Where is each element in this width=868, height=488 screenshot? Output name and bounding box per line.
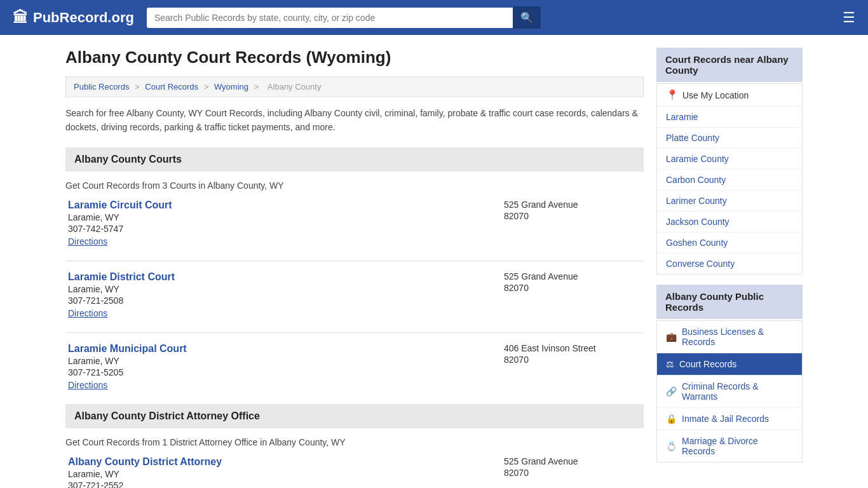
sidebar-public-records-header: Albany County Public Records [656, 285, 803, 319]
breadcrumb-wyoming[interactable]: Wyoming [214, 82, 248, 92]
sidebar-item-inmate-records[interactable]: 🔒 Inmate & Jail Records [657, 408, 802, 430]
sidebar-record-label: Criminal Records & Warrants [682, 381, 793, 402]
directions-link[interactable]: Directions [68, 380, 107, 390]
search-bar: 🔍 [147, 6, 541, 29]
sidebar-item-platte-county[interactable]: Platte County [657, 128, 802, 149]
court-address: 525 Grand Avenue [504, 271, 644, 281]
court-listing-laramie-district: Laramie District Court Laramie, WY 307-7… [65, 271, 644, 318]
link-icon: 🔗 [666, 386, 677, 396]
sidebar-records-list: 💼 Business Licenses & Records ⚖ Court Re… [656, 320, 803, 463]
sidebar-item-carbon-county[interactable]: Carbon County [657, 170, 802, 191]
courts-section-header: Albany County Courts [65, 147, 644, 172]
location-icon: 📍 [666, 89, 679, 101]
sidebar-item-use-location[interactable]: 📍 Use My Location [657, 84, 802, 107]
search-input[interactable] [147, 8, 513, 28]
courts-section-description: Get Court Records from 3 Courts in Alban… [65, 180, 644, 191]
use-location-label: Use My Location [682, 90, 749, 100]
sidebar-item-laramie[interactable]: Laramie [657, 107, 802, 128]
court-zip: 82070 [504, 211, 644, 221]
logo-text: PubRecord.org [33, 10, 134, 26]
court-divider [65, 332, 644, 333]
court-city-state: Laramie, WY [68, 212, 504, 222]
search-icon: 🔍 [520, 12, 533, 23]
sidebar-item-goshen-county[interactable]: Goshen County [657, 233, 802, 254]
sidebar-nearby-header: Court Records near Albany County [656, 48, 803, 82]
court-name[interactable]: Laramie Circuit Court [68, 200, 504, 211]
court-phone: 307-721-2508 [68, 295, 504, 306]
lock-icon: 🔒 [666, 414, 677, 424]
sidebar-item-business-licenses[interactable]: 💼 Business Licenses & Records [657, 321, 802, 353]
main-content: Albany County Court Records (Wyoming) Pu… [65, 48, 644, 488]
court-divider [65, 261, 644, 261]
court-phone: 307-721-5205 [68, 367, 504, 377]
court-phone: 307-742-5747 [68, 224, 504, 234]
main-container: Albany County Court Records (Wyoming) Pu… [53, 35, 815, 488]
breadcrumb-court-records[interactable]: Court Records [145, 82, 198, 92]
court-listing-albany-da: Albany County District Attorney Laramie,… [65, 456, 644, 488]
site-logo[interactable]: 🏛 PubRecord.org [13, 9, 134, 27]
scales-icon: ⚖ [666, 359, 674, 369]
court-listing-laramie-municipal: Laramie Municipal Court Laramie, WY 307-… [65, 343, 644, 390]
breadcrumb-albany-county: Albany County [268, 82, 322, 92]
court-zip: 82070 [504, 355, 644, 365]
directions-link[interactable]: Directions [68, 308, 107, 318]
court-zip: 82070 [504, 468, 644, 478]
breadcrumb: Public Records > Court Records > Wyoming… [65, 76, 644, 97]
sidebar-record-label: Marriage & Divorce Records [682, 436, 793, 456]
sidebar-item-marriage-records[interactable]: 💍 Marriage & Divorce Records [657, 430, 802, 462]
court-listing-laramie-circuit: Laramie Circuit Court Laramie, WY 307-74… [65, 200, 644, 247]
sidebar-record-label: Business Licenses & Records [682, 327, 793, 347]
court-zip: 82070 [504, 283, 644, 293]
hamburger-icon: ☰ [843, 10, 855, 25]
court-phone: 307-721-2552 [68, 480, 504, 488]
sidebar-record-label: Inmate & Jail Records [682, 414, 769, 424]
da-section-description: Get Court Records from 1 District Attorn… [65, 437, 644, 447]
page-description: Search for free Albany County, WY Court … [65, 106, 644, 135]
sidebar-item-laramie-county[interactable]: Laramie County [657, 149, 802, 170]
directions-link[interactable]: Directions [68, 236, 107, 247]
da-section-header: Albany County District Attorney Office [65, 404, 644, 428]
logo-icon: 🏛 [13, 9, 28, 27]
court-name[interactable]: Laramie Municipal Court [68, 343, 504, 355]
court-name[interactable]: Laramie District Court [68, 271, 504, 283]
sidebar: Court Records near Albany County 📍 Use M… [656, 48, 803, 488]
court-city-state: Laramie, WY [68, 284, 504, 294]
sidebar-item-jackson-county[interactable]: Jackson County [657, 212, 802, 233]
page-title: Albany County Court Records (Wyoming) [65, 48, 644, 67]
court-city-state: Laramie, WY [68, 469, 504, 479]
sidebar-item-larimer-county[interactable]: Larimer County [657, 191, 802, 212]
court-city-state: Laramie, WY [68, 356, 504, 366]
court-name[interactable]: Albany County District Attorney [68, 456, 504, 468]
ring-icon: 💍 [666, 441, 677, 451]
court-address: 525 Grand Avenue [504, 456, 644, 466]
sidebar-item-criminal-records[interactable]: 🔗 Criminal Records & Warrants [657, 376, 802, 408]
court-address: 525 Grand Avenue [504, 200, 644, 210]
search-button[interactable]: 🔍 [513, 6, 541, 29]
breadcrumb-public-records[interactable]: Public Records [74, 82, 129, 92]
site-header: 🏛 PubRecord.org 🔍 ☰ [0, 0, 868, 35]
sidebar-item-converse-county[interactable]: Converse County [657, 254, 802, 274]
menu-button[interactable]: ☰ [843, 10, 855, 26]
court-address: 406 East Ivinson Street [504, 343, 644, 353]
sidebar-nearby-list: 📍 Use My Location Laramie Platte County … [656, 83, 803, 274]
sidebar-record-label: Court Records [679, 359, 736, 369]
sidebar-item-court-records[interactable]: ⚖ Court Records [657, 353, 802, 376]
briefcase-icon: 💼 [666, 332, 677, 342]
